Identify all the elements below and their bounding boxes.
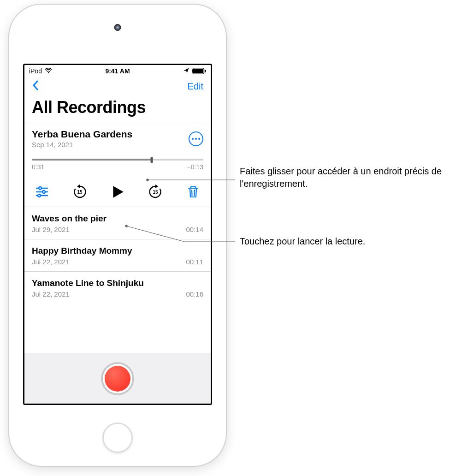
svg-point-17: [147, 179, 148, 181]
svg-point-18: [125, 225, 127, 227]
callout-play: Touchez pour lancer la lecture.: [240, 235, 443, 248]
callout-scrubber: Faites glisser pour accéder à un endroit…: [240, 165, 443, 190]
